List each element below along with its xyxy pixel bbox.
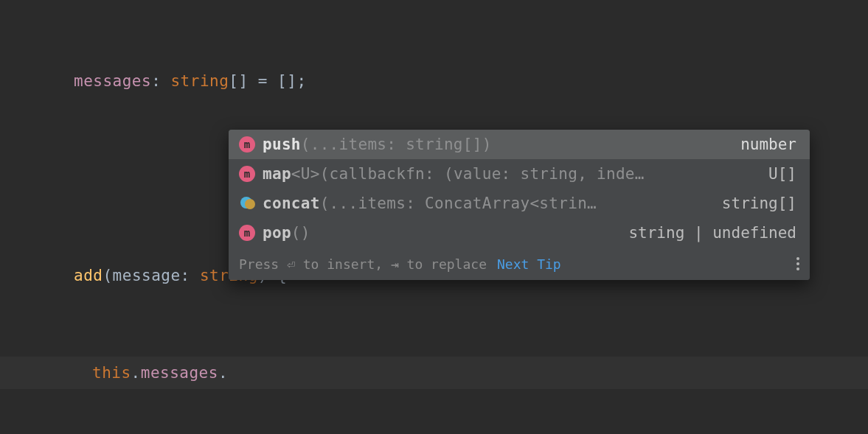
autocomplete-name: concat [263, 195, 320, 212]
autocomplete-hint: Press ⏎ to insert, ⇥ to replace [239, 256, 487, 272]
autocomplete-popup: m push (...items: string[]) number m map… [229, 130, 810, 280]
autocomplete-footer: Press ⏎ to insert, ⇥ to replace Next Tip [229, 248, 810, 280]
type-token: string [170, 72, 229, 90]
param-token: message [113, 267, 181, 284]
autocomplete-item[interactable]: m map <U>(callbackfn: (value: string, in… [229, 159, 810, 189]
autocomplete-signature: (...items: string[]) [301, 136, 720, 153]
method-icon: m [239, 166, 255, 182]
method-icon: m [239, 136, 255, 153]
method-name-token: add [74, 267, 103, 284]
autocomplete-signature: <U>(callbackfn: (value: string, inde… [291, 165, 748, 183]
tab-key-icon: ⇥ [391, 256, 399, 272]
autocomplete-signature: () [291, 224, 608, 242]
autocomplete-name: pop [263, 224, 291, 242]
autocomplete-return-type: U[] [748, 165, 796, 183]
property-token: messages [74, 72, 151, 90]
autocomplete-return-type: number [720, 136, 796, 153]
punct-token: [] [229, 72, 248, 90]
autocomplete-item[interactable]: m push (...items: string[]) number [229, 130, 810, 159]
autocomplete-item[interactable]: concat (...items: ConcatArray<strin… str… [229, 189, 810, 218]
enter-key-icon: ⏎ [287, 256, 295, 272]
more-options-icon[interactable] [796, 255, 799, 273]
mixin-icon [239, 195, 255, 211]
member-token: messages [141, 364, 218, 382]
this-keyword-token: this [92, 364, 131, 382]
punct-token: : [151, 72, 161, 90]
autocomplete-return-type: string[] [701, 195, 796, 212]
method-icon: m [239, 225, 255, 241]
next-tip-link[interactable]: Next Tip [497, 256, 561, 272]
autocomplete-signature: (...items: ConcatArray<strin… [320, 195, 701, 212]
autocomplete-name: map [263, 165, 291, 183]
code-line: messages: string[] = []; [0, 65, 868, 97]
autocomplete-item[interactable]: m pop () string | undefined [229, 218, 810, 248]
autocomplete-name: push [263, 136, 301, 153]
code-line-current: this.messages. [0, 357, 868, 389]
autocomplete-return-type: string | undefined [608, 224, 796, 242]
